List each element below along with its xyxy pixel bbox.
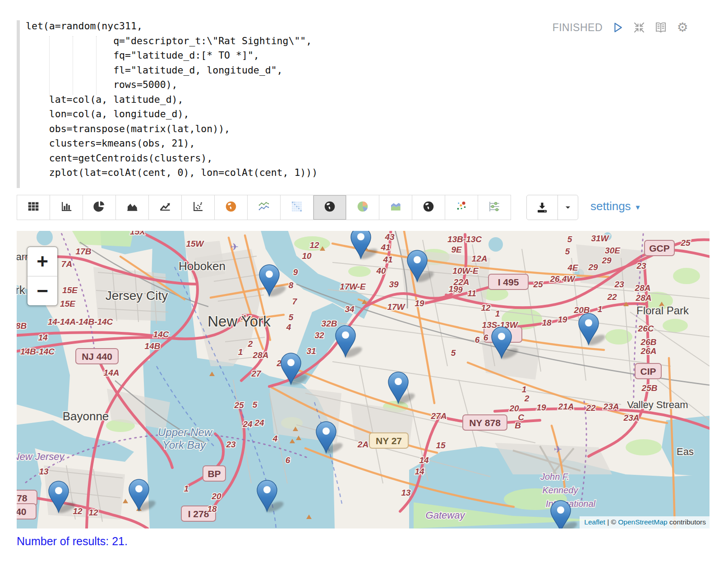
svg-text:19: 19 [448,284,458,294]
map-zoom-control: + − [27,246,58,306]
status-badge: FINISHED [553,22,603,34]
svg-text:22: 22 [607,292,617,302]
svg-text:1: 1 [522,385,527,394]
download-button[interactable] [527,195,558,220]
svg-text:5: 5 [289,312,294,322]
code-editor[interactable]: let(a=random(nyc311, q="descriptor_t:\"R… [26,19,318,180]
openstreetmap-link[interactable]: OpenStreetMap [618,518,667,526]
svg-text:24: 24 [242,419,253,429]
svg-text:Bayonne: Bayonne [63,409,109,423]
chart-type-multi-line-chart-button[interactable] [248,195,281,220]
leaflet-map[interactable]: ✈✈I 495NJ 440NY 878NY 27GCPCIPBPI 278278… [17,231,710,528]
svg-text:NY 27: NY 27 [376,436,402,446]
svg-text:30E: 30E [605,246,621,255]
chart-type-facet-sliders-button[interactable] [478,195,511,220]
paragraph-gutter [17,20,20,188]
svg-text:5: 5 [567,234,572,244]
svg-text:15E: 15E [62,285,78,295]
svg-text:Jersey City: Jersey City [106,289,168,303]
svg-text:14-14A-14B-14C: 14-14A-14B-14C [48,317,113,326]
leaflet-link[interactable]: Leaflet [584,518,605,526]
svg-text:9E: 9E [451,245,462,254]
svg-text:John F.: John F. [540,472,569,482]
svg-text:12: 12 [88,508,98,517]
gear-icon[interactable]: ⚙ [676,21,689,34]
svg-text:2A: 2A [357,440,369,449]
svg-text:14B-14C: 14B-14C [20,347,55,356]
chart-type-scatter-chart-button[interactable] [182,195,215,220]
chart-type-globe-map-2-button[interactable] [412,195,445,220]
svg-text:41: 41 [380,243,390,252]
svg-text:7A: 7A [61,259,72,269]
chart-type-area-color-button[interactable] [379,195,412,220]
zoom-in-button[interactable]: + [28,247,57,276]
svg-text:23: 23 [614,280,624,289]
collapse-icon[interactable] [632,21,646,34]
chart-type-table-button[interactable] [17,195,50,220]
chart-type-pie-chart-button[interactable] [83,195,116,220]
svg-text:14B: 14B [145,341,161,351]
svg-text:Upper New: Upper New [158,426,213,438]
chart-type-globe-map-button[interactable] [313,195,346,220]
svg-text:31: 31 [306,346,316,356]
svg-text:14: 14 [415,467,424,476]
svg-text:2: 2 [248,339,253,349]
svg-text:440: 440 [17,506,27,517]
globe-map-icon [323,200,336,215]
svg-text:40: 40 [376,266,386,276]
svg-text:rk: rk [17,283,26,297]
svg-text:14: 14 [419,455,429,465]
svg-text:New Jersey: New Jersey [17,451,65,462]
report-view-icon[interactable] [654,21,668,34]
settings-label: settings [590,199,631,213]
chart-type-pie-color-button[interactable] [346,195,379,220]
svg-text:21A: 21A [558,402,574,411]
svg-text:Valley Stream: Valley Stream [627,399,688,410]
chart-type-heatmap-button[interactable] [281,195,313,220]
svg-text:18: 18 [207,504,217,514]
svg-text:32: 32 [314,331,324,340]
svg-text:278: 278 [17,493,28,503]
zoom-out-button[interactable]: − [28,276,57,305]
svg-text:5: 5 [451,348,456,358]
download-icon [535,201,549,214]
svg-text:CIP: CIP [640,366,656,377]
chart-type-bar-chart-button[interactable] [50,195,83,220]
svg-text:1: 1 [598,304,603,314]
svg-text:13: 13 [401,488,411,497]
run-icon[interactable] [611,21,624,34]
svg-text:B: B [515,421,521,430]
svg-text:✈: ✈ [230,241,239,253]
attribution-suffix: contributors [668,518,706,526]
map-attribution: Leaflet | © OpenStreetMap contributors [580,516,710,528]
svg-text:41: 41 [382,255,392,264]
svg-text:15E: 15E [60,299,76,308]
chart-type-scatter-color-button[interactable] [445,195,478,220]
chart-type-line-chart-button[interactable] [149,195,182,220]
svg-text:Eas: Eas [677,446,694,457]
svg-text:17B: 17B [76,247,92,256]
attribution-separator: | © [605,518,618,526]
svg-text:22: 22 [585,403,596,413]
multi-line-chart-icon [257,200,271,215]
svg-text:13: 13 [39,467,49,476]
svg-text:18: 18 [542,318,552,327]
svg-text:4: 4 [286,322,291,332]
svg-text:34: 34 [345,304,355,314]
svg-text:✈: ✈ [554,444,562,455]
svg-text:6: 6 [484,333,488,342]
svg-text:26C: 26C [638,324,654,333]
scatter-chart-icon [191,200,205,215]
chart-type-area-chart-button[interactable] [116,195,149,220]
download-caret-button[interactable] [558,195,578,220]
svg-text:NY 878: NY 878 [469,418,501,428]
paragraph-status-bar: FINISHED ⚙ [553,21,689,34]
svg-text:39: 39 [389,280,399,289]
chart-type-globe-orange-button[interactable] [215,195,248,220]
chevron-down-icon: ▼ [635,203,641,211]
svg-text:26B: 26B [640,337,657,347]
svg-text:19: 19 [415,299,424,308]
area-chart-icon [125,200,139,215]
settings-toggle[interactable]: settings ▼ [590,199,641,213]
svg-text:6: 6 [475,335,480,345]
